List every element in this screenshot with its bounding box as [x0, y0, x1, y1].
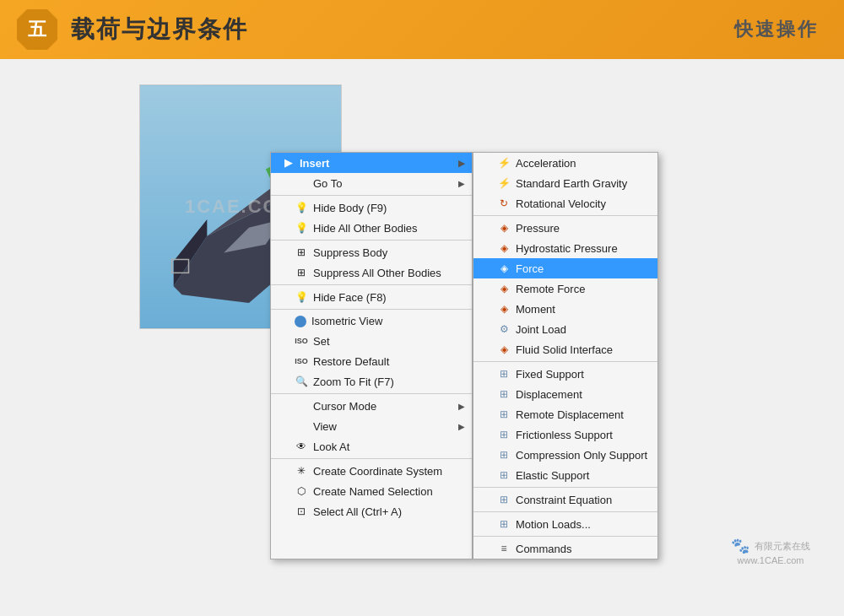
- submenu-item-rotational-vel[interactable]: ↻ Rotational Velocity: [473, 193, 657, 213]
- zoom-icon: 🔍: [295, 375, 308, 388]
- submenu-item-fluid-solid[interactable]: ◈ Fluid Solid Interface: [473, 339, 657, 359]
- badge-number: 五: [28, 17, 46, 42]
- joint-load-icon: ⚙: [497, 322, 511, 336]
- menu-item-insert[interactable]: ▶ Insert ▶: [271, 153, 472, 173]
- hide-all-icon: 💡: [295, 221, 308, 235]
- sub-sep5: [473, 536, 657, 537]
- frictionless-icon: ⊞: [497, 428, 511, 441]
- context-menu-wrapper: ▶ Insert ▶ Go To ▶ 💡 Hide Body (F9) 💡 Hi…: [270, 152, 658, 559]
- menu-item-hide-face[interactable]: 💡 Hide Face (F8): [271, 287, 472, 307]
- motion-loads-icon: ⊞: [497, 517, 511, 531]
- sep4: [271, 309, 472, 310]
- submenu-item-force[interactable]: ◈ Force: [473, 258, 657, 278]
- submenu-item-remote-force[interactable]: ◈ Remote Force: [473, 278, 657, 299]
- header-title: 载荷与边界条件: [71, 14, 248, 46]
- main-content: 1CAE.COM ▶ Insert ▶ Go To ▶ 💡 Hide Body …: [0, 59, 844, 616]
- submenu-item-compression[interactable]: ⊞ Compression Only Support: [473, 445, 657, 465]
- sep5: [271, 393, 472, 394]
- header: 五 载荷与边界条件 快速操作: [0, 0, 844, 59]
- goto-icon: [295, 176, 308, 190]
- sub-sep4: [473, 511, 657, 512]
- submenu-item-std-gravity[interactable]: ⚡ Standard Earth Gravity: [473, 173, 657, 193]
- accel-icon: ⚡: [497, 156, 511, 170]
- pressure-icon: ◈: [497, 221, 511, 235]
- submenu-item-commands[interactable]: ≡ Commands: [473, 538, 657, 559]
- menu-item-isometric[interactable]: Isometric View: [271, 311, 472, 331]
- submenu-item-remote-displace[interactable]: ⊞ Remote Displacement: [473, 404, 657, 424]
- sub-sep2: [473, 361, 657, 362]
- watermark-logo: 🐾 有限元素在线: [731, 537, 810, 555]
- header-subtitle: 快速操作: [734, 17, 819, 42]
- remote-force-icon: ◈: [497, 282, 511, 295]
- named-selection-icon: ⬡: [295, 484, 308, 498]
- submenu-item-hydrostatic[interactable]: ◈ Hydrostatic Pressure: [473, 238, 657, 258]
- menu-item-select-all[interactable]: ⊡ Select All (Ctrl+ A): [271, 501, 472, 521]
- sep1: [271, 195, 472, 196]
- menu-item-goto[interactable]: Go To ▶: [271, 173, 472, 193]
- gravity-icon: ⚡: [497, 176, 511, 190]
- select-all-icon: ⊡: [295, 505, 308, 518]
- displacement-icon: ⊞: [497, 387, 511, 401]
- submenu-insert: ⚡ Acceleration ⚡ Standard Earth Gravity …: [473, 152, 658, 559]
- menu-item-restore[interactable]: ISO Restore Default: [271, 351, 472, 371]
- suppress-all-icon: ⊞: [295, 266, 308, 279]
- view-arrow: ▶: [458, 422, 465, 431]
- fluid-solid-icon: ◈: [497, 343, 511, 356]
- menu-item-cursor-mode[interactable]: Cursor Mode ▶: [271, 396, 472, 416]
- coord-system-icon: ✳: [295, 464, 308, 478]
- submenu-item-moment[interactable]: ◈ Moment: [473, 299, 657, 319]
- submenu-item-pressure[interactable]: ◈ Pressure: [473, 218, 657, 238]
- force-icon: ◈: [497, 262, 511, 275]
- submenu-item-joint-load[interactable]: ⚙ Joint Load: [473, 319, 657, 339]
- menu-item-zoom[interactable]: 🔍 Zoom To Fit (F7): [271, 371, 472, 392]
- compression-icon: ⊞: [497, 448, 511, 462]
- menu-item-suppress-all[interactable]: ⊞ Suppress All Other Bodies: [271, 262, 472, 283]
- submenu-item-displacement[interactable]: ⊞ Displacement: [473, 384, 657, 404]
- sep3: [271, 284, 472, 285]
- elastic-icon: ⊞: [497, 468, 511, 482]
- menu-item-set[interactable]: ISO Set: [271, 331, 472, 351]
- menu-item-named-selection[interactable]: ⬡ Create Named Selection: [271, 481, 472, 501]
- watermark: 🐾 有限元素在线 www.1CAE.com: [731, 537, 810, 565]
- rotation-icon: ↻: [497, 197, 511, 210]
- submenu-item-constraint-eq[interactable]: ⊞ Constraint Equation: [473, 489, 657, 510]
- hydrostatic-icon: ◈: [497, 241, 511, 255]
- sub-sep3: [473, 487, 657, 488]
- suppress-body-icon: ⊞: [295, 246, 308, 259]
- sub-sep1: [473, 215, 657, 216]
- header-badge: 五: [17, 9, 57, 50]
- submenu-item-frictionless[interactable]: ⊞ Frictionless Support: [473, 424, 657, 445]
- look-at-icon: 👁: [295, 440, 308, 453]
- isometric-icon: [295, 316, 306, 327]
- moment-icon: ◈: [497, 302, 511, 316]
- watermark-text: 有限元素在线: [755, 540, 810, 553]
- menu-item-suppress-body[interactable]: ⊞ Suppress Body: [271, 242, 472, 262]
- cursor-mode-arrow: ▶: [458, 402, 465, 411]
- constraint-eq-icon: ⊞: [497, 493, 511, 506]
- goto-arrow: ▶: [458, 179, 465, 188]
- menu-item-hide-body[interactable]: 💡 Hide Body (F9): [271, 197, 472, 218]
- commands-icon: ≡: [497, 542, 511, 555]
- sep6: [271, 458, 472, 459]
- sep2: [271, 240, 472, 240]
- menu-item-view[interactable]: View ▶: [271, 416, 472, 436]
- submenu-item-elastic[interactable]: ⊞ Elastic Support: [473, 465, 657, 485]
- submenu-item-motion-loads[interactable]: ⊞ Motion Loads...: [473, 514, 657, 534]
- submenu-item-fixed-support[interactable]: ⊞ Fixed Support: [473, 364, 657, 384]
- watermark-url: www.1CAE.com: [738, 555, 804, 565]
- fixed-support-icon: ⊞: [497, 367, 511, 381]
- menu-item-coord-system[interactable]: ✳ Create Coordinate System: [271, 461, 472, 481]
- cursor-mode-icon: [295, 399, 308, 413]
- menu-item-hide-all[interactable]: 💡 Hide All Other Bodies: [271, 218, 472, 238]
- submenu-item-acceleration[interactable]: ⚡ Acceleration: [473, 153, 657, 173]
- restore-icon: ISO: [295, 354, 308, 368]
- menu-item-look-at[interactable]: 👁 Look At: [271, 436, 472, 457]
- view-icon: [295, 419, 308, 433]
- insert-arrow: ▶: [458, 159, 465, 168]
- remote-displace-icon: ⊞: [497, 408, 511, 421]
- insert-icon: ▶: [281, 156, 295, 170]
- hide-face-icon: 💡: [295, 290, 308, 304]
- set-icon: ISO: [295, 334, 308, 348]
- hide-body-icon: 💡: [295, 201, 308, 214]
- context-menu: ▶ Insert ▶ Go To ▶ 💡 Hide Body (F9) 💡 Hi…: [270, 152, 473, 559]
